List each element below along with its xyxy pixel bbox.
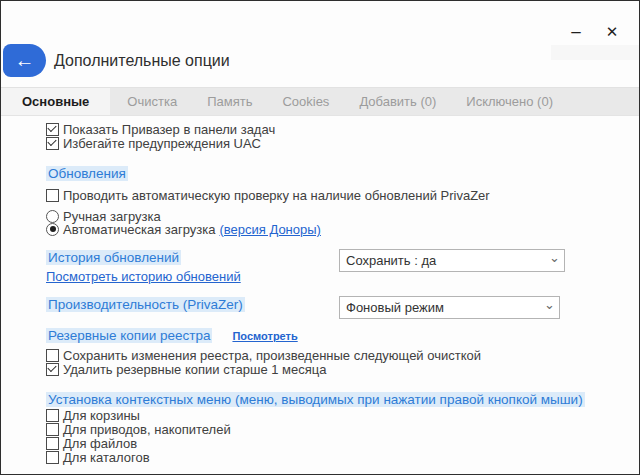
radio-auto-download[interactable]: Автоматическая загрузка (версия Доноры): [46, 222, 321, 236]
tab-cookies[interactable]: Cookies: [269, 88, 342, 115]
back-button[interactable]: ←: [3, 44, 46, 77]
checkbox-avoid-uac[interactable]: Избегайте предупреждения UAC: [46, 136, 261, 150]
checkbox-label: Проводить автоматическую проверку на нал…: [63, 188, 490, 203]
tab-memory[interactable]: Память: [194, 88, 265, 115]
view-update-history-link[interactable]: Посмотреть историю обновений: [46, 269, 241, 284]
context-menus-heading: Установка контекстных меню (меню, выводи…: [46, 392, 585, 407]
history-label-row: История обновлений: [46, 249, 181, 266]
close-icon: ✕: [606, 23, 619, 40]
checkbox-icon: [46, 437, 59, 450]
checkbox-directories[interactable]: Для каталогов: [46, 450, 150, 464]
radio-label: Автоматическая загрузка: [63, 222, 215, 237]
checkbox-icon: [46, 423, 59, 436]
checkbox-label: Для каталогов: [63, 450, 150, 465]
checkbox-drives[interactable]: Для приводов, накопителей: [46, 422, 231, 436]
history-dropdown[interactable]: Сохранить : да ⌄: [339, 249, 565, 272]
checkbox-icon: [46, 451, 59, 464]
dropdown-value: Сохранить : да: [346, 253, 436, 268]
chevron-down-icon: ⌄: [549, 253, 560, 263]
checkbox-label: Сохранить изменения реестра, произведенн…: [63, 348, 481, 363]
tab-add[interactable]: Добавить (0): [346, 88, 449, 115]
checkbox-label: Показать Привазер в панели задач: [63, 122, 275, 137]
checkbox-icon: [46, 349, 59, 362]
checkbox-auto-check-updates[interactable]: Проводить автоматическую проверку на нал…: [46, 188, 490, 202]
tab-bar: Основные Очистка Память Cookies Добавить…: [1, 87, 639, 116]
options-window: – ✕ ← Дополнительные опции Основные Очис…: [0, 0, 640, 475]
updates-section: Обновления: [46, 165, 128, 182]
tab-cleanup[interactable]: Очистка: [114, 88, 190, 115]
checkbox-icon: [46, 189, 59, 202]
radio-icon: [46, 210, 59, 223]
context-menus-section: Установка контекстных меню (меню, выводи…: [46, 391, 585, 408]
checkbox-delete-old-backups[interactable]: Удалить резервные копии старше 1 месяца: [46, 362, 326, 376]
checkbox-recycle-bin[interactable]: Для корзины: [46, 408, 140, 422]
performance-dropdown[interactable]: Фоновый режим ⌄: [339, 296, 560, 319]
checkbox-label: Для корзины: [63, 408, 140, 423]
close-button[interactable]: ✕: [597, 21, 627, 43]
checkbox-label: Для приводов, накопителей: [63, 422, 231, 437]
registry-heading: Резервные копии реестра: [46, 328, 212, 343]
view-backups-link[interactable]: Посмотреть: [232, 330, 297, 342]
checkbox-label: Удалить резервные копии старше 1 месяца: [63, 362, 326, 377]
checkbox-show-in-taskbar[interactable]: Показать Привазер в панели задач: [46, 122, 275, 136]
view-history-row: Посмотреть историю обновений: [46, 269, 241, 283]
chevron-down-icon: ⌄: [544, 300, 555, 310]
checkbox-icon: [46, 123, 59, 136]
minimize-icon: –: [571, 22, 580, 41]
radio-icon: [46, 223, 59, 236]
checkbox-save-registry-changes[interactable]: Сохранить изменения реестра, произведенн…: [46, 348, 481, 362]
checkbox-icon: [46, 409, 59, 422]
checkbox-icon: [46, 137, 59, 150]
back-arrow-icon: ←: [15, 50, 35, 70]
page-title: Дополнительные опции: [54, 51, 230, 71]
checkbox-label: Избегайте предупреждения UAC: [63, 136, 261, 151]
registry-section: Резервные копии реестра Посмотреть: [46, 327, 298, 344]
donors-version-link[interactable]: (версия Доноры): [219, 222, 320, 237]
performance-label-row: Производительность (PrivaZer): [46, 296, 245, 313]
history-label: История обновлений: [46, 250, 181, 265]
faint-highlight: [551, 45, 639, 60]
checkbox-label: Для файлов: [63, 436, 137, 451]
dropdown-value: Фоновый режим: [346, 300, 444, 315]
checkbox-files[interactable]: Для файлов: [46, 436, 137, 450]
updates-heading: Обновления: [46, 166, 128, 181]
performance-label: Производительность (PrivaZer): [46, 297, 245, 312]
tab-excluded[interactable]: Исключено (0): [453, 88, 566, 115]
minimize-button[interactable]: –: [561, 21, 591, 43]
checkbox-icon: [46, 363, 59, 376]
tab-general[interactable]: Основные: [1, 88, 110, 115]
